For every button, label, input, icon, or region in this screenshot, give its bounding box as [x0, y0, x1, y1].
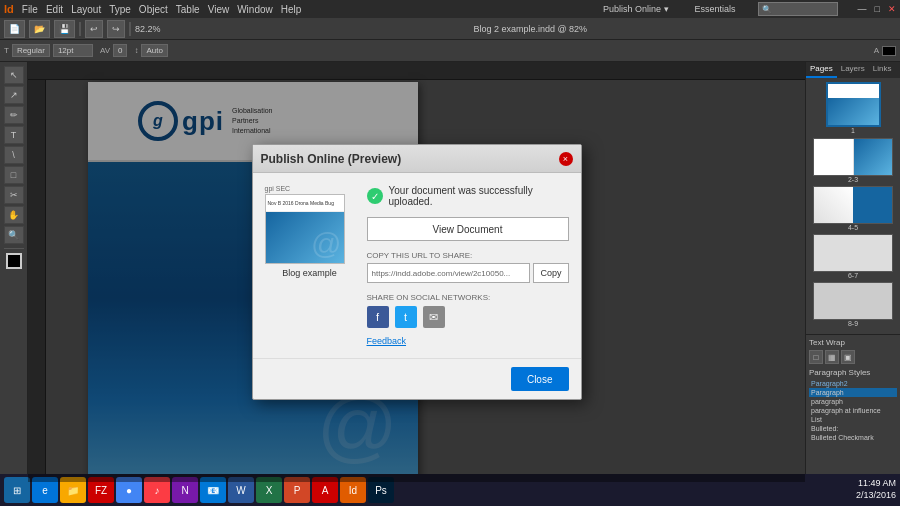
page-1-thumb[interactable]: [826, 82, 881, 127]
doc-thumb-label: Blog example: [265, 268, 355, 278]
modal-close-footer-btn[interactable]: Close: [511, 367, 569, 391]
undo-btn[interactable]: ↩: [85, 20, 103, 38]
page-89-thumb[interactable]: [813, 282, 893, 320]
canvas-area: g gpi GlobalisationPartnersInternational…: [28, 62, 805, 482]
open-btn[interactable]: 📂: [29, 20, 50, 38]
scissors-tool[interactable]: ✂: [4, 186, 24, 204]
menu-bar: Id File Edit Layout Type Object Table Vi…: [0, 0, 900, 18]
time-display: 11:49 AM: [856, 478, 896, 490]
email-share-btn[interactable]: ✉: [423, 306, 445, 328]
modal-title-bar: Publish Online (Preview) ×: [253, 145, 581, 173]
page-23-thumb[interactable]: [813, 138, 893, 176]
style-bullet-ish[interactable]: Bulleted Checkmark: [809, 433, 897, 442]
view-document-btn[interactable]: View Document: [367, 217, 569, 241]
direct-select-tool[interactable]: ↗: [4, 86, 24, 104]
success-row: ✓ Your document was successfully uploade…: [367, 185, 569, 207]
wrap-square-btn[interactable]: ▦: [825, 350, 839, 364]
publish-online-dialog: Publish Online (Preview) × gpi SEC Nov B…: [252, 144, 582, 400]
thumb-sub-text: Nov B 2016 Drona Media Bug: [268, 200, 334, 206]
tab-layers[interactable]: Layers: [837, 62, 869, 78]
main-layout: ↖ ↗ ✏ T \ □ ✂ ✋ 🔍 g: [0, 62, 900, 482]
copy-url-btn[interactable]: Copy: [533, 263, 568, 283]
page-23-label: 2-3: [810, 176, 896, 183]
zoom-tool[interactable]: 🔍: [4, 226, 24, 244]
success-icon: ✓: [367, 188, 383, 204]
menu-file[interactable]: File: [22, 4, 38, 15]
right-panel: Pages Layers Links 1 2-3: [805, 62, 900, 482]
date-display: 2/13/2016: [856, 490, 896, 502]
menu-window[interactable]: Window: [237, 4, 273, 15]
modal-body: gpi SEC Nov B 2016 Drona Media Bug @ Blo…: [253, 173, 581, 358]
right-panel-tabs: Pages Layers Links: [806, 62, 900, 78]
redo-btn[interactable]: ↪: [107, 20, 125, 38]
wrap-none-btn[interactable]: □: [809, 350, 823, 364]
menu-layout[interactable]: Layout: [71, 4, 101, 15]
search-bar[interactable]: 🔍: [758, 2, 838, 16]
facebook-share-btn[interactable]: f: [367, 306, 389, 328]
modal-footer: Close: [253, 358, 581, 399]
thumb-header-text: gpi SEC: [265, 185, 355, 192]
modal-close-btn[interactable]: ×: [559, 152, 573, 166]
modal-left-panel: gpi SEC Nov B 2016 Drona Media Bug @ Blo…: [265, 185, 355, 346]
social-row: f t ✉: [367, 306, 569, 328]
modal-overlay: Publish Online (Preview) × gpi SEC Nov B…: [28, 62, 805, 482]
style-bulleted[interactable]: List: [809, 415, 897, 424]
twitter-share-btn[interactable]: t: [395, 306, 417, 328]
start-btn[interactable]: ⊞: [4, 477, 30, 503]
page-67-thumb[interactable]: [813, 234, 893, 272]
rect-tool[interactable]: □: [4, 166, 24, 184]
menu-object[interactable]: Object: [139, 4, 168, 15]
new-doc-btn[interactable]: 📄: [4, 20, 25, 38]
tab-pages[interactable]: Pages: [806, 62, 837, 78]
doc-title: Blog 2 example.indd @ 82%: [473, 24, 587, 34]
fill-color[interactable]: [6, 253, 22, 269]
style-paragraph-plain[interactable]: paragraph: [809, 397, 897, 406]
page-45-label: 4-5: [810, 224, 896, 231]
success-message: Your document was successfully uploaded.: [389, 185, 569, 207]
maximize-btn[interactable]: □: [875, 4, 880, 14]
menu-edit[interactable]: Edit: [46, 4, 63, 15]
text-wrap-label: Text Wrap: [809, 338, 897, 347]
copy-url-row: Copy: [367, 263, 569, 283]
paragraph-styles-label: Paragraph Styles: [809, 368, 897, 377]
pages-panel: 1 2-3 4-5 6-7: [806, 78, 900, 334]
share-label: SHARE ON SOCIAL NETWORKS:: [367, 293, 569, 302]
menu-table[interactable]: Table: [176, 4, 200, 15]
control-toolbar: T Regular 12pt AV 0 ↕ Auto A: [0, 40, 900, 62]
selection-tool[interactable]: ↖: [4, 66, 24, 84]
tab-links[interactable]: Links: [869, 62, 896, 78]
style-paragraph2[interactable]: Paragraph2: [809, 379, 897, 388]
workspace-selector[interactable]: Essentials: [695, 4, 736, 14]
style-list[interactable]: paragraph at influence: [809, 406, 897, 415]
menu-type[interactable]: Type: [109, 4, 131, 15]
wrap-tight-btn[interactable]: ▣: [841, 350, 855, 364]
url-input[interactable]: [367, 263, 531, 283]
page-45-thumb[interactable]: [813, 186, 893, 224]
system-clock: 11:49 AM 2/13/2016: [856, 478, 896, 501]
page-67-label: 6-7: [810, 272, 896, 279]
zoom-display: 82.2%: [135, 24, 161, 34]
minimize-btn[interactable]: —: [858, 4, 867, 14]
publish-online-menu-btn[interactable]: Publish Online ▾: [603, 4, 669, 14]
line-tool[interactable]: \: [4, 146, 24, 164]
app-icon: Id: [4, 3, 14, 15]
hand-tool[interactable]: ✋: [4, 206, 24, 224]
close-btn-window[interactable]: ✕: [888, 4, 896, 14]
style-paragraph[interactable]: Paragraph: [809, 388, 897, 397]
feedback-link[interactable]: Feedback: [367, 336, 569, 346]
text-wrap-panel: Text Wrap □ ▦ ▣ Paragraph Styles Paragra…: [806, 334, 900, 482]
copy-url-label: COPY THIS URL TO SHARE:: [367, 251, 569, 260]
menu-view[interactable]: View: [208, 4, 230, 15]
style-bulleted-checkmark[interactable]: Bulleted:: [809, 424, 897, 433]
save-btn[interactable]: 💾: [54, 20, 75, 38]
left-tools-panel: ↖ ↗ ✏ T \ □ ✂ ✋ 🔍: [0, 62, 28, 482]
page-89-label: 8-9: [810, 320, 896, 327]
type-tool[interactable]: T: [4, 126, 24, 144]
doc-thumbnail: Nov B 2016 Drona Media Bug @: [265, 194, 345, 264]
modal-right-panel: ✓ Your document was successfully uploade…: [367, 185, 569, 346]
pen-tool[interactable]: ✏: [4, 106, 24, 124]
modal-title: Publish Online (Preview): [261, 152, 402, 166]
menu-help[interactable]: Help: [281, 4, 302, 15]
page-1-label: 1: [810, 127, 896, 134]
main-toolbar: 📄 📂 💾 ↩ ↪ 82.2% Blog 2 example.indd @ 82…: [0, 18, 900, 40]
